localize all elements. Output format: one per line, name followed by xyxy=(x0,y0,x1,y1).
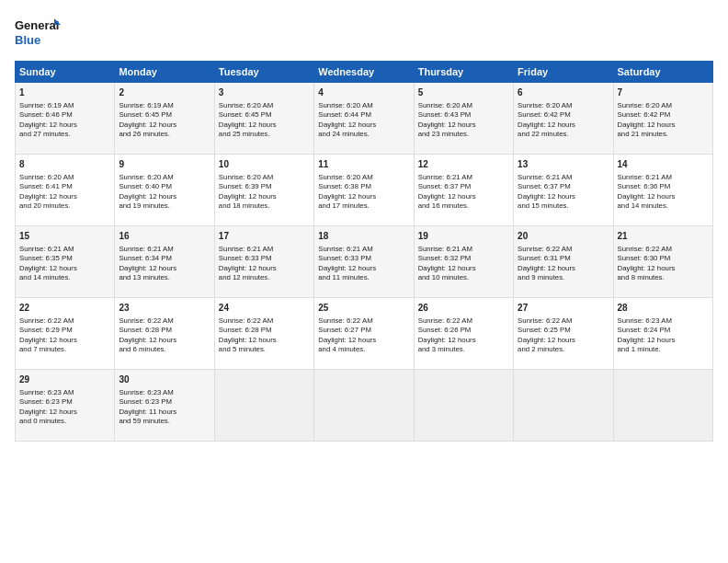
day-info: Sunset: 6:40 PM xyxy=(119,182,210,192)
day-number: 16 xyxy=(119,230,210,243)
day-number: 2 xyxy=(119,86,210,99)
day-number: 5 xyxy=(418,86,509,99)
day-info: Sunset: 6:37 PM xyxy=(418,182,509,192)
day-number: 8 xyxy=(19,158,110,171)
day-info: Sunset: 6:30 PM xyxy=(618,254,709,264)
day-info: Sunset: 6:29 PM xyxy=(19,326,110,336)
day-info: Sunrise: 6:22 AM xyxy=(518,316,609,327)
day-info: and 1 minute. xyxy=(618,345,709,355)
day-info: and 14 minutes. xyxy=(618,201,709,212)
calendar-cell: 2Sunrise: 6:19 AMSunset: 6:45 PMDaylight… xyxy=(115,83,214,155)
calendar-cell: 19Sunrise: 6:21 AMSunset: 6:32 PMDayligh… xyxy=(414,226,513,298)
calendar-cell: 4Sunrise: 6:20 AMSunset: 6:44 PMDaylight… xyxy=(314,83,414,155)
day-info: Sunrise: 6:20 AM xyxy=(219,173,310,183)
day-number: 24 xyxy=(219,302,310,315)
day-info: Sunrise: 6:22 AM xyxy=(318,316,409,327)
day-info: and 23 minutes. xyxy=(418,130,509,140)
day-info: and 5 minutes. xyxy=(219,345,310,355)
calendar-cell: 23Sunrise: 6:22 AMSunset: 6:28 PMDayligh… xyxy=(115,298,214,370)
day-info: Daylight: 12 hours xyxy=(19,192,110,202)
day-info: Daylight: 12 hours xyxy=(219,121,310,131)
day-info: Sunrise: 6:21 AM xyxy=(418,173,509,183)
day-info: and 20 minutes. xyxy=(19,201,110,212)
day-info: Sunset: 6:39 PM xyxy=(219,182,310,192)
day-info: and 25 minutes. xyxy=(219,130,310,140)
day-info: and 59 minutes. xyxy=(119,417,210,427)
day-info: Sunset: 6:41 PM xyxy=(19,182,110,192)
day-number: 18 xyxy=(318,230,409,243)
calendar-cell: 17Sunrise: 6:21 AMSunset: 6:33 PMDayligh… xyxy=(214,226,313,298)
day-info: Sunset: 6:31 PM xyxy=(518,254,609,264)
day-info: Sunset: 6:46 PM xyxy=(19,110,110,121)
day-number: 17 xyxy=(219,230,310,243)
calendar-cell xyxy=(414,370,513,442)
day-info: Sunrise: 6:20 AM xyxy=(318,101,409,111)
day-info: Sunrise: 6:19 AM xyxy=(119,101,210,111)
day-info: and 22 minutes. xyxy=(518,130,609,140)
day-info: and 3 minutes. xyxy=(418,345,509,355)
day-info: Sunrise: 6:21 AM xyxy=(518,173,609,183)
weekday-tuesday: Tuesday xyxy=(214,62,313,83)
day-info: and 24 minutes. xyxy=(318,130,409,140)
day-info: Daylight: 12 hours xyxy=(219,192,310,202)
weekday-thursday: Thursday xyxy=(414,62,513,83)
day-info: Daylight: 12 hours xyxy=(219,264,310,274)
day-info: Sunrise: 6:21 AM xyxy=(19,245,110,255)
day-info: Sunset: 6:42 PM xyxy=(518,110,609,121)
day-info: Daylight: 12 hours xyxy=(19,336,110,346)
day-info: Daylight: 12 hours xyxy=(418,121,509,131)
day-info: Sunset: 6:24 PM xyxy=(618,326,709,336)
day-info: Sunrise: 6:20 AM xyxy=(518,101,609,111)
calendar-cell: 28Sunrise: 6:23 AMSunset: 6:24 PMDayligh… xyxy=(613,298,712,370)
day-info: Daylight: 12 hours xyxy=(618,336,709,346)
day-info: Sunrise: 6:23 AM xyxy=(19,388,110,398)
day-number: 12 xyxy=(418,158,509,171)
day-info: Daylight: 12 hours xyxy=(418,192,509,202)
day-number: 19 xyxy=(418,230,509,243)
day-info: Sunrise: 6:23 AM xyxy=(618,316,709,327)
calendar-cell xyxy=(613,370,712,442)
day-info: Sunset: 6:36 PM xyxy=(618,182,709,192)
day-info: Sunrise: 6:20 AM xyxy=(618,101,709,111)
day-number: 1 xyxy=(19,86,110,99)
calendar-cell: 6Sunrise: 6:20 AMSunset: 6:42 PMDaylight… xyxy=(514,83,613,155)
weekday-wednesday: Wednesday xyxy=(314,62,414,83)
day-info: Sunset: 6:32 PM xyxy=(418,254,509,264)
calendar-cell: 22Sunrise: 6:22 AMSunset: 6:29 PMDayligh… xyxy=(16,298,115,370)
day-info: Sunrise: 6:22 AM xyxy=(119,316,210,327)
calendar-cell xyxy=(514,370,613,442)
day-info: and 9 minutes. xyxy=(518,273,609,283)
day-info: Sunrise: 6:20 AM xyxy=(219,101,310,111)
day-info: Daylight: 11 hours xyxy=(119,408,210,418)
weekday-monday: Monday xyxy=(115,62,214,83)
day-info: Sunset: 6:28 PM xyxy=(219,326,310,336)
day-number: 26 xyxy=(418,302,509,315)
day-info: Daylight: 12 hours xyxy=(119,121,210,131)
day-info: Sunrise: 6:22 AM xyxy=(219,316,310,327)
calendar-cell: 1Sunrise: 6:19 AMSunset: 6:46 PMDaylight… xyxy=(16,83,115,155)
day-info: Sunrise: 6:20 AM xyxy=(119,173,210,183)
day-info: Daylight: 12 hours xyxy=(618,192,709,202)
day-info: and 19 minutes. xyxy=(119,201,210,212)
svg-text:Blue: Blue xyxy=(15,33,40,47)
day-info: Daylight: 12 hours xyxy=(219,336,310,346)
day-number: 29 xyxy=(19,373,110,386)
calendar-cell: 5Sunrise: 6:20 AMSunset: 6:43 PMDaylight… xyxy=(414,83,513,155)
calendar-cell xyxy=(214,370,313,442)
weekday-saturday: Saturday xyxy=(613,62,712,83)
calendar-week-5: 29Sunrise: 6:23 AMSunset: 6:23 PMDayligh… xyxy=(16,370,713,442)
calendar-cell: 27Sunrise: 6:22 AMSunset: 6:25 PMDayligh… xyxy=(514,298,613,370)
day-info: and 0 minutes. xyxy=(19,417,110,427)
day-info: Daylight: 12 hours xyxy=(418,264,509,274)
day-number: 7 xyxy=(618,86,709,99)
day-info: Daylight: 12 hours xyxy=(418,336,509,346)
day-info: Daylight: 12 hours xyxy=(119,264,210,274)
day-info: Sunrise: 6:21 AM xyxy=(418,245,509,255)
day-info: and 6 minutes. xyxy=(119,345,210,355)
day-info: Sunset: 6:44 PM xyxy=(318,110,409,121)
day-number: 23 xyxy=(119,302,210,315)
day-info: Sunrise: 6:21 AM xyxy=(318,245,409,255)
day-info: and 17 minutes. xyxy=(318,201,409,212)
day-number: 6 xyxy=(518,86,609,99)
calendar-cell: 26Sunrise: 6:22 AMSunset: 6:26 PMDayligh… xyxy=(414,298,513,370)
